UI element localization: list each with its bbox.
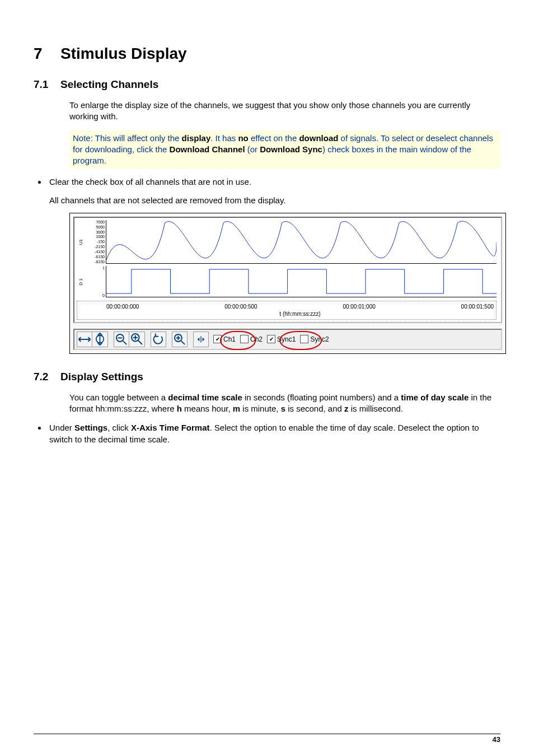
section-title: Selecting Channels <box>60 78 158 90</box>
paragraph: You can toggle between a decimal time sc… <box>69 392 500 415</box>
x-axis: 00:00:00:000 00:00:00:500 00:00:01:000 0… <box>77 301 496 320</box>
note-box: Note: This will affect only the display.… <box>69 130 500 169</box>
checkbox-sync1[interactable]: Sync1 <box>265 333 298 346</box>
zoom-region-button[interactable] <box>172 332 188 347</box>
x-axis-label: t (hh:mm:ss:zzz) <box>106 311 494 317</box>
zoom-out-button[interactable] <box>114 332 129 347</box>
list-item: Under Settings, click X-Axis Time Format… <box>47 422 500 445</box>
chapter-number: 7 <box>34 45 60 63</box>
checkbox-ch1[interactable]: Ch1 <box>211 333 238 346</box>
plot-toolbar: Ch1 Ch2 Sync1 Sync2 <box>73 329 502 350</box>
pan-vertical-button[interactable] <box>92 332 108 347</box>
pan-horizontal-button[interactable] <box>77 332 92 347</box>
checkbox-ch2[interactable]: Ch2 <box>238 333 265 346</box>
bullet-list: Under Settings, click X-Axis Time Format… <box>47 422 500 445</box>
stimulus-display-screenshot: U1 7000 5000 3000 1000 -150 -2150 -4150 … <box>69 213 506 354</box>
chapter-heading: 7Stimulus Display <box>34 45 500 63</box>
digital-plot <box>106 266 496 297</box>
svg-line-9 <box>181 340 185 344</box>
svg-line-2 <box>123 340 127 344</box>
plot-area: U1 7000 5000 3000 1000 -150 -2150 -4150 … <box>73 217 502 323</box>
chapter-title: Stimulus Display <box>60 45 187 62</box>
section-number: 7.1 <box>34 78 60 91</box>
checkbox-sync2[interactable]: Sync2 <box>298 333 331 346</box>
cursor-tool-button[interactable] <box>193 332 209 347</box>
checkbox-icon <box>213 335 222 343</box>
undo-zoom-button[interactable] <box>151 332 166 347</box>
section-7-1-heading: 7.1Selecting Channels <box>34 78 500 91</box>
section-7-2-heading: 7.2Display Settings <box>34 371 500 383</box>
y-axis-label-u1: U1 <box>78 239 83 245</box>
paragraph: To enlarge the display size of the chann… <box>69 100 500 123</box>
svg-line-5 <box>138 340 142 344</box>
analog-plot <box>106 220 496 264</box>
list-item: Clear the check box of all channels that… <box>47 176 500 206</box>
y-ticks-lower: 1 0 <box>85 266 106 297</box>
y-ticks-upper: 7000 5000 3000 1000 -150 -2150 -4150 -61… <box>85 220 106 264</box>
checkbox-icon <box>300 335 308 343</box>
zoom-in-button[interactable] <box>129 332 145 347</box>
channel-checkboxes: Ch1 Ch2 Sync1 Sync2 <box>211 333 331 346</box>
checkbox-icon <box>240 335 249 343</box>
page-number: 43 <box>493 735 500 744</box>
section-title: Display Settings <box>60 371 143 382</box>
y-axis-label-d1: D 1 <box>78 278 83 285</box>
checkbox-icon <box>267 335 275 343</box>
bullet-list: Clear the check box of all channels that… <box>47 176 500 206</box>
section-number: 7.2 <box>34 371 60 383</box>
page-footer: 43 <box>34 734 500 744</box>
